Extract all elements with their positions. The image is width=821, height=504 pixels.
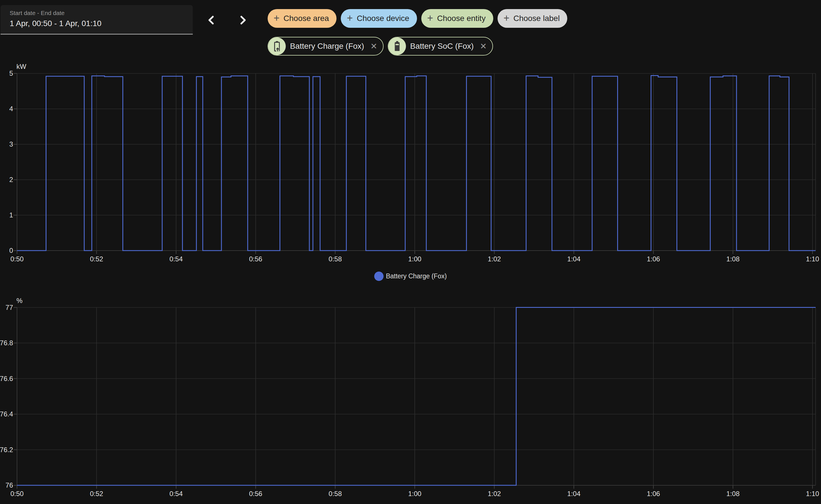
svg-text:0:50: 0:50: [10, 490, 24, 497]
svg-text:0:52: 0:52: [90, 490, 103, 497]
plus-icon: +: [427, 13, 433, 23]
chevron-left-icon: [204, 13, 218, 27]
entity-chip-label: Battery SoC (Fox): [410, 42, 474, 51]
svg-text:kW: kW: [16, 63, 26, 70]
svg-text:76.8: 76.8: [0, 339, 13, 347]
choose-chip-label: Choose entity: [437, 14, 486, 23]
svg-text:1:04: 1:04: [567, 255, 581, 263]
battery-charging-icon: [271, 40, 283, 52]
svg-text:77: 77: [5, 304, 13, 311]
choose-entity-chip[interactable]: +Choose entity: [421, 9, 493, 28]
svg-text:76.2: 76.2: [0, 446, 13, 454]
svg-text:1:04: 1:04: [567, 490, 581, 497]
svg-text:76.6: 76.6: [0, 375, 13, 382]
plus-icon: +: [274, 13, 280, 23]
choose-area-chip[interactable]: +Choose area: [268, 9, 337, 28]
svg-text:1:02: 1:02: [488, 255, 501, 263]
battery-icon: [391, 40, 403, 52]
svg-text:76: 76: [5, 481, 13, 489]
svg-text:1:10: 1:10: [806, 255, 819, 263]
series-line: [17, 308, 816, 486]
svg-text:0:52: 0:52: [90, 255, 103, 263]
svg-text:0:50: 0:50: [10, 255, 24, 263]
svg-text:76.4: 76.4: [0, 410, 13, 418]
entity-icon-circle: [268, 37, 286, 55]
svg-text:0:58: 0:58: [329, 255, 342, 263]
remove-entity-icon[interactable]: ✕: [480, 41, 487, 51]
entity-icon-circle: [388, 37, 406, 55]
choose-chips-row: +Choose area+Choose device+Choose entity…: [268, 9, 567, 28]
svg-text:0:58: 0:58: [329, 490, 342, 497]
svg-text:1:08: 1:08: [726, 490, 740, 497]
choose-chip-label: Choose device: [357, 14, 409, 23]
legend-marker: [374, 272, 384, 281]
svg-text:2: 2: [9, 176, 13, 183]
entity-filter-chip[interactable]: Battery SoC (Fox)✕: [388, 37, 493, 56]
next-period-button[interactable]: [236, 13, 251, 27]
legend-label: Battery Charge (Fox): [386, 272, 447, 280]
battery-charge-chart[interactable]: 0:500:520:540:560:581:001:021:041:061:08…: [0, 57, 821, 268]
svg-text:1:02: 1:02: [488, 490, 501, 497]
svg-text:%: %: [16, 297, 22, 304]
date-range-label: Start date - End date: [10, 10, 193, 16]
svg-text:1:00: 1:00: [408, 490, 422, 497]
svg-text:1:06: 1:06: [647, 490, 660, 497]
svg-text:0:54: 0:54: [170, 490, 183, 497]
svg-text:1: 1: [9, 211, 13, 219]
svg-text:1:06: 1:06: [647, 255, 660, 263]
date-range-value: 1 Apr, 00:50 - 1 Apr, 01:10: [10, 19, 193, 28]
entity-chip-label: Battery Charge (Fox): [290, 42, 364, 51]
chart-legend[interactable]: Battery Charge (Fox): [0, 272, 821, 281]
svg-text:0:54: 0:54: [170, 255, 183, 263]
entity-filter-chip[interactable]: Battery Charge (Fox)✕: [268, 37, 384, 56]
plus-icon: +: [347, 13, 353, 23]
svg-text:0: 0: [9, 247, 13, 254]
battery-soc-chart[interactable]: 0:500:520:540:560:581:001:021:041:061:08…: [0, 292, 821, 504]
date-range-picker[interactable]: Start date - End date 1 Apr, 00:50 - 1 A…: [1, 5, 193, 35]
svg-text:1:10: 1:10: [806, 490, 819, 497]
selected-entity-chips-row: Battery Charge (Fox)✕Battery SoC (Fox)✕: [268, 37, 493, 56]
svg-text:0:56: 0:56: [249, 490, 262, 497]
svg-text:4: 4: [9, 105, 13, 113]
choose-chip-label: Choose area: [283, 14, 329, 23]
choose-device-chip[interactable]: +Choose device: [341, 9, 417, 28]
chevron-right-icon: [236, 13, 250, 27]
choose-chip-label: Choose label: [513, 14, 560, 23]
svg-text:5: 5: [9, 69, 13, 77]
choose-label-chip[interactable]: +Choose label: [498, 9, 567, 28]
plus-icon: +: [503, 13, 509, 23]
remove-entity-icon[interactable]: ✕: [370, 41, 377, 51]
svg-text:1:08: 1:08: [726, 255, 740, 263]
svg-text:0:56: 0:56: [249, 255, 262, 263]
series-line: [17, 76, 816, 251]
previous-period-button[interactable]: [204, 13, 218, 27]
svg-text:3: 3: [9, 140, 13, 148]
svg-text:1:00: 1:00: [408, 255, 422, 263]
